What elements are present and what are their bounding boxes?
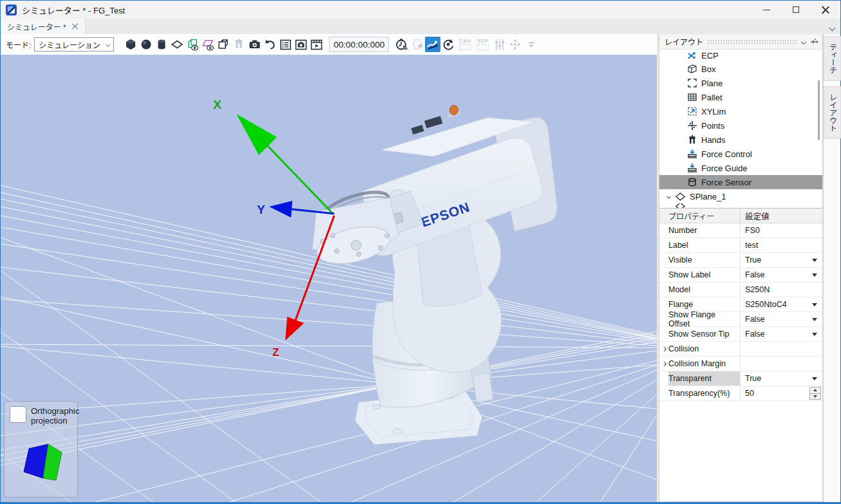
force-control-tree-icon — [686, 149, 697, 160]
plane-visibility-button[interactable] — [200, 37, 216, 52]
tree-item-xylim[interactable]: XYLim — [659, 104, 822, 118]
property-value-spinner[interactable]: 50 — [741, 386, 822, 400]
undo-button[interactable] — [262, 37, 278, 52]
tree-item-plane[interactable]: Plane — [659, 76, 822, 90]
property-name[interactable]: Show Label — [668, 268, 741, 282]
motion-trace-button[interactable] — [425, 37, 440, 52]
property-name[interactable]: Label — [668, 238, 741, 252]
add-box-button[interactable] — [123, 37, 138, 52]
add-plane-button[interactable] — [169, 37, 185, 52]
expand-row-icon[interactable] — [661, 361, 666, 366]
property-value-dropdown[interactable]: S250NtoC4 — [741, 297, 822, 312]
layout-panel: レイアウト ECP Box Plane — [659, 34, 823, 502]
expand-chevron-icon[interactable] — [665, 192, 672, 200]
snapshot-button[interactable] — [293, 37, 308, 52]
spinner-up-button[interactable] — [810, 387, 820, 393]
dropdown-arrow-icon[interactable] — [812, 377, 817, 380]
tree-item-pallet[interactable]: Pallet — [659, 90, 822, 104]
add-sphere-button[interactable] — [138, 37, 154, 52]
close-button[interactable] — [811, 1, 840, 19]
orthographic-checkbox[interactable] — [10, 406, 26, 423]
tree-item-hands[interactable]: Hands — [659, 133, 822, 147]
property-value-dropdown[interactable]: False — [741, 327, 822, 341]
reset-view-button[interactable] — [440, 37, 456, 52]
expand-row-icon[interactable] — [661, 346, 666, 351]
spinner-down-button[interactable] — [810, 393, 820, 400]
tree-item-force-sensor[interactable]: Force Sensor — [659, 175, 822, 189]
maximize-button[interactable] — [781, 1, 811, 19]
camera-icon — [248, 38, 261, 51]
hands-tree-icon — [686, 135, 697, 145]
tree-item-splane-1[interactable]: SPlane_1 — [659, 189, 822, 203]
property-name[interactable]: Visible — [668, 253, 741, 267]
toolbar-overflow-button[interactable] — [527, 42, 536, 47]
z-axis-label: Z — [272, 346, 279, 359]
property-value-field[interactable]: FS0 — [741, 223, 822, 238]
timer-settings-button[interactable] — [394, 37, 410, 52]
tree-item-box[interactable]: Box — [659, 62, 822, 76]
minimize-button[interactable] — [751, 1, 781, 19]
panel-menu-chevron-icon[interactable] — [801, 39, 806, 44]
tree-item-points[interactable]: Points — [659, 118, 822, 133]
property-name[interactable]: Transparency(%) — [668, 386, 741, 400]
property-name[interactable]: Flange — [668, 297, 741, 312]
property-value-dropdown[interactable]: False — [741, 268, 822, 282]
plane-tree-icon — [686, 78, 697, 89]
dropdown-arrow-icon[interactable] — [812, 303, 817, 306]
plane-eye-icon — [202, 38, 215, 51]
dropdown-arrow-icon[interactable] — [812, 274, 817, 277]
box-visibility-button[interactable] — [185, 37, 200, 52]
ecp-tree-icon — [686, 50, 697, 61]
plane-icon — [171, 38, 184, 51]
dropdown-arrow-icon[interactable] — [812, 259, 817, 262]
property-value-field[interactable]: S250N — [741, 283, 822, 297]
property-row-collision-margin: Collision Margin — [659, 357, 822, 371]
tab-close-icon[interactable] — [72, 23, 79, 30]
sliders-icon-disabled — [493, 37, 507, 51]
tree-scrollbar-thumb[interactable] — [818, 80, 820, 140]
property-list-button[interactable] — [278, 37, 293, 52]
property-value-empty[interactable] — [741, 342, 822, 356]
mode-combobox[interactable]: シミュレーション — [34, 37, 114, 51]
property-value-empty[interactable] — [741, 357, 822, 371]
tree-item-partial[interactable] — [659, 203, 822, 208]
copy-object-button[interactable] — [216, 37, 231, 52]
view-options-overlay: Orthographic projection — [4, 401, 78, 498]
property-name[interactable]: Collision Margin — [668, 357, 741, 371]
tree-item-ecp[interactable]: ECP — [659, 50, 822, 62]
dock-tab-strip: ティーチ レイアウト — [823, 34, 840, 502]
property-value-dropdown[interactable]: False — [741, 312, 822, 326]
pin-icon[interactable] — [809, 37, 818, 46]
camera-button[interactable] — [247, 37, 262, 52]
property-name[interactable]: Show Flange Offset — [668, 312, 741, 326]
property-name[interactable]: Number — [668, 223, 741, 238]
tab-teach[interactable]: ティーチ — [824, 36, 841, 81]
dropdown-arrow-icon[interactable] — [812, 333, 817, 336]
adjust-sliders-button — [492, 37, 507, 52]
property-value-field[interactable]: test — [741, 238, 822, 252]
record-video-button[interactable] — [308, 37, 324, 52]
tab-simulator[interactable]: シミュレーター * — [1, 19, 86, 34]
simulation-time-display: 00:00:00:000 — [329, 37, 389, 52]
property-name[interactable]: Collision — [668, 342, 741, 356]
tree-item-force-control[interactable]: Force Control — [659, 147, 822, 161]
property-value-dropdown[interactable]: True — [741, 253, 822, 267]
box-tree-icon — [686, 64, 697, 75]
title-bar: シミュレーター * - FG_Test — [1, 1, 840, 19]
add-cylinder-button[interactable] — [154, 37, 169, 52]
property-name-selected[interactable]: Transparent — [668, 371, 741, 386]
y-axis-label: Y — [257, 203, 265, 216]
tab-layout[interactable]: レイアウト — [824, 86, 841, 139]
stopwatch-icon — [395, 37, 409, 51]
3d-viewport[interactable]: EPSON — [1, 55, 657, 502]
property-name[interactable]: Show Sensor Tip — [668, 327, 741, 341]
gripper-icon-disabled — [232, 38, 245, 51]
property-name[interactable]: Model — [668, 283, 741, 297]
layout-panel-header: レイアウト — [659, 34, 822, 50]
property-value-dropdown[interactable]: True — [741, 371, 822, 386]
copy-cubes-icon — [217, 38, 231, 51]
tabstrip-dropdown-icon[interactable] — [830, 23, 835, 28]
tree-item-force-guide[interactable]: Force Guide — [659, 161, 822, 175]
dropdown-arrow-icon[interactable] — [812, 318, 817, 321]
panel-grip[interactable] — [707, 39, 798, 44]
